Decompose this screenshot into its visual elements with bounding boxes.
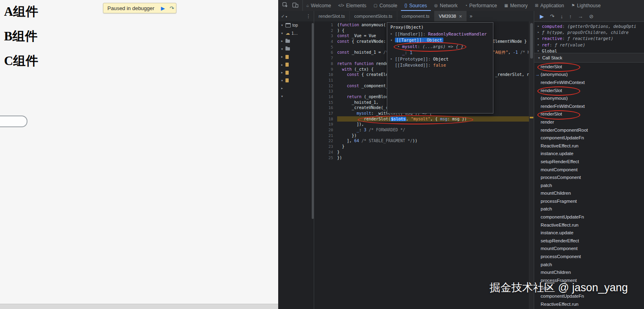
chevron-right-icon[interactable]: ▸ (537, 49, 542, 53)
chevron-right-icon[interactable]: ▸ (280, 71, 284, 74)
popup-property-row[interactable]: [[IsRevoked]]: false (387, 62, 493, 69)
chevron-right-icon[interactable]: ▸ (280, 86, 284, 90)
call-stack-frame[interactable]: renderFnWithContext (534, 78, 644, 86)
line-number[interactable]: 24 (314, 149, 337, 155)
line-number[interactable]: 17 (314, 111, 337, 116)
inspect-element-icon[interactable] (282, 2, 288, 9)
navigator-tree-item[interactable]: ▾☁1… (278, 29, 314, 38)
chevron-right-icon[interactable]: ▸ (537, 24, 542, 28)
line-number[interactable]: 1 (314, 22, 337, 28)
line-number[interactable]: 11 (314, 78, 337, 83)
tab-overflow-chevron[interactable]: » (467, 11, 475, 21)
chevron-down-icon[interactable]: ▾ (390, 38, 395, 42)
call-stack-frame[interactable]: setupRenderEffect (534, 158, 644, 166)
line-number[interactable]: 12 (314, 83, 337, 89)
tab-memory[interactable]: ▦Memory (501, 0, 531, 11)
tab-performance[interactable]: ◔Performance (461, 0, 501, 11)
scope-row[interactable]: ▸ref: ƒ ref(value) (534, 42, 644, 48)
call-stack-frame[interactable]: (anonymous) (534, 94, 644, 102)
call-stack-frame[interactable]: ReactiveEffect.run (534, 300, 644, 308)
navigator-tree-item[interactable]: ▾ (278, 77, 314, 85)
chevron-down-icon[interactable]: ▾ (280, 95, 284, 98)
call-stack-frame[interactable]: processFragment (534, 197, 644, 205)
navigator-tree-item[interactable]: ▸ (278, 61, 314, 69)
tab-application[interactable]: ⊞Application (531, 0, 568, 11)
chevron-right-icon[interactable]: ▸ (537, 43, 542, 46)
line-number[interactable]: 9 (314, 67, 337, 72)
call-stack-frame[interactable]: patch (534, 261, 644, 269)
file-tab-VM3938[interactable]: VM3938× (434, 11, 467, 21)
tab-sources[interactable]: {}Sources (401, 0, 431, 11)
chevron-right-icon[interactable]: ▸ (390, 32, 395, 36)
line-number[interactable]: 21 (314, 133, 337, 139)
line-number[interactable]: 16 (314, 105, 337, 111)
chevron-right-icon[interactable]: ▸ (537, 30, 542, 34)
call-stack-frame[interactable]: renderComponentRoot (534, 126, 644, 134)
call-stack-frame[interactable]: ReactiveEffect.run (534, 221, 644, 229)
chevron-down-icon[interactable]: ▾ (280, 79, 284, 82)
chevron-right-icon[interactable]: ▸ (390, 57, 395, 61)
line-number[interactable]: 10 (314, 72, 337, 78)
line-number[interactable]: 25 (314, 155, 337, 161)
line-number[interactable]: 19 (314, 122, 337, 127)
page-horizontal-scrollbar[interactable] (0, 304, 278, 309)
scope-row[interactable]: ▸reactive: ƒ reactive(target) (534, 36, 644, 42)
navigator-tree-item[interactable]: ▾top (278, 21, 314, 29)
line-number[interactable]: 13 (314, 88, 337, 94)
popup-property-row[interactable]: ▸mysolt: (...args) => {_} (387, 43, 493, 50)
call-stack-frame[interactable]: patch (534, 181, 644, 189)
tab-elements[interactable]: </>Elements (335, 0, 370, 11)
chevron-right-icon[interactable]: ▸ (537, 37, 542, 40)
step-over-icon[interactable]: ↷ (550, 13, 554, 19)
line-number[interactable]: 6 (314, 50, 337, 55)
tab-lighthouse[interactable]: ⚑Lighthouse (568, 0, 604, 11)
tab-console[interactable]: ▢Console (370, 0, 401, 11)
call-stack-frame[interactable]: renderSlot (534, 110, 644, 118)
call-stack-frame[interactable]: ReactiveEffect.run (534, 142, 644, 150)
line-number[interactable]: 14 (314, 94, 337, 100)
banner-resume-button[interactable]: ▶ (158, 5, 167, 11)
call-stack-header[interactable]: ▾ Call Stack (534, 53, 644, 63)
device-toolbar-icon[interactable] (292, 2, 298, 9)
group-by-dropdown[interactable]: ✓▾ (281, 14, 287, 19)
line-number[interactable]: 18 (314, 116, 337, 122)
call-stack-frame[interactable]: instance.update (534, 229, 644, 237)
chevron-down-icon[interactable]: ▾ (280, 32, 284, 35)
navigator-more-menu-icon[interactable]: ⋮ (306, 13, 311, 19)
line-number[interactable]: 7 (314, 55, 337, 61)
call-stack-frame[interactable]: mountComponent (534, 245, 644, 253)
navigator-tree-item[interactable]: ▾ (278, 92, 314, 101)
chevron-down-icon[interactable]: ▾ (280, 23, 284, 27)
navigator-tree-item[interactable]: ▸ (278, 37, 314, 45)
chevron-right-icon[interactable]: ▸ (398, 44, 402, 48)
call-stack-frame[interactable]: processComponent (534, 173, 644, 181)
call-stack-frame[interactable]: renderSlot (534, 63, 644, 71)
call-stack-frame[interactable]: render (534, 118, 644, 126)
chevron-right-icon[interactable]: ▸ (280, 39, 284, 43)
line-number[interactable]: 8 (314, 61, 337, 67)
call-stack-frame[interactable]: processComponent (534, 252, 644, 261)
tab-welcome[interactable]: ⌂Welcome (303, 0, 335, 11)
navigator-tree-item[interactable]: ▸ (278, 69, 314, 77)
line-number[interactable]: 4 (314, 39, 337, 44)
line-number[interactable]: 3 (314, 33, 337, 39)
line-number[interactable]: 2 (314, 28, 337, 34)
scope-row[interactable]: ▸ƒ h(type, propsOrChildren, childre (534, 29, 644, 35)
chevron-right-icon[interactable]: ▸ (280, 55, 284, 59)
step-out-icon[interactable]: ↑ (569, 13, 572, 19)
call-stack-frame[interactable]: instance.update (534, 150, 644, 158)
file-tab-component.ts[interactable]: component.ts (397, 11, 434, 21)
popup-property-row[interactable]: ▸[[Handler]]: ReadonlyReactiveHandler (387, 31, 493, 37)
file-tab-componentSlots.ts[interactable]: componentSlots.ts (350, 11, 397, 21)
deactivate-breakpoints-icon[interactable]: ⊘ (589, 13, 594, 19)
navigator-tree-item[interactable]: ▸ (278, 53, 314, 61)
navigator-scrollbar[interactable] (312, 23, 314, 219)
popup-property-row[interactable]: _: 1 (387, 50, 493, 56)
popup-property-row[interactable]: ▾[[Target]]: Object (387, 37, 493, 44)
banner-step-over-button[interactable]: ↷ (167, 5, 176, 11)
call-stack-frame[interactable]: componentUpdateFn (534, 213, 644, 221)
resume-icon[interactable]: ▶ (540, 13, 544, 19)
step-icon[interactable]: → (578, 13, 583, 19)
step-into-icon[interactable]: ↓ (560, 13, 563, 19)
scrollbar-thumb[interactable] (530, 23, 533, 59)
